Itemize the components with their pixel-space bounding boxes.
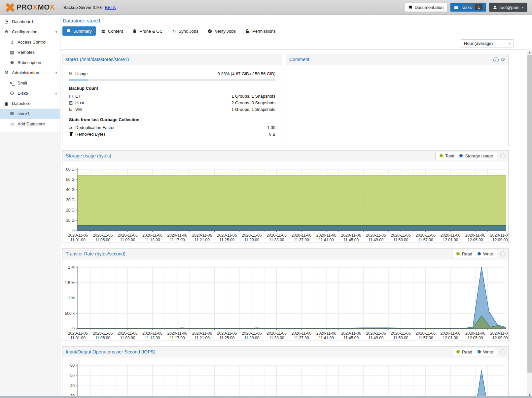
- legend-item-storage-usage[interactable]: Storage usage: [459, 153, 493, 158]
- iops-legend[interactable]: ReadWrite: [452, 348, 497, 356]
- sidebar-item-remotes[interactable]: ▤Remotes: [0, 47, 60, 57]
- legend-dot: [456, 350, 460, 353]
- gc-stats-heading: Stats from last Garbage Collection: [69, 117, 275, 122]
- usage-row: ⛁ Usage 9.23% (4.67 GiB of 50.56 GiB): [69, 70, 275, 77]
- iops-chart: 01020304050602020-11-0611:01:002020-11-0…: [62, 357, 508, 398]
- comment-panel-title: Comment: [289, 57, 309, 62]
- sidebar-item-label: Shell: [18, 81, 27, 85]
- usage-progressbar-fill: [69, 79, 88, 81]
- legend-item-write[interactable]: Write: [478, 349, 493, 354]
- svg-text:11:57:00: 11:57:00: [418, 336, 433, 340]
- svg-text:1.5 M: 1.5 M: [65, 281, 75, 285]
- svg-text:0: 0: [72, 326, 75, 331]
- gear-icon[interactable]: ⚙: [501, 56, 505, 62]
- legend-item-read[interactable]: Read: [456, 349, 472, 354]
- svg-text:11:49:00: 11:49:00: [368, 238, 383, 242]
- tab-content[interactable]: ▦Content: [97, 26, 127, 36]
- usage-progressbar: [69, 79, 275, 81]
- row-value: 1.00: [267, 125, 275, 130]
- svg-text:2020-11-06: 2020-11-06: [242, 233, 262, 238]
- row-label: Removed Bytes: [75, 132, 106, 137]
- svg-text:11:53:00: 11:53:00: [393, 238, 408, 242]
- svg-text:2020-11-06: 2020-11-06: [416, 331, 436, 336]
- period-select-value: Hour (average): [464, 41, 493, 46]
- svg-text:11:57:00: 11:57:00: [418, 238, 433, 242]
- list-lines-icon: ▤: [9, 50, 15, 55]
- hdd-icon: ⛁: [69, 71, 75, 76]
- svg-text:2020-11-06: 2020-11-06: [217, 233, 237, 238]
- row-value: 0 B: [269, 132, 275, 137]
- svg-text:2020-11-06: 2020-11-06: [142, 331, 162, 336]
- svg-text:11:01:00: 11:01:00: [70, 336, 86, 340]
- sidebar-item-administration[interactable]: ⚒Administration▾: [0, 68, 60, 78]
- legend-label: Read: [462, 251, 472, 256]
- scrollbar-thumb[interactable]: [527, 55, 532, 373]
- tab-prune-gc[interactable]: Prune & GC: [128, 26, 166, 36]
- svg-text:2020-11-06: 2020-11-06: [465, 331, 485, 336]
- legend-dot: [478, 350, 481, 353]
- collapse-icon[interactable]: –: [500, 349, 506, 354]
- documentation-button[interactable]: Documentation: [404, 3, 447, 12]
- grid-icon: ▦: [101, 29, 105, 34]
- beta-link[interactable]: BETA: [105, 5, 116, 10]
- terminal-icon: >_: [9, 81, 15, 85]
- sidebar-item-shell[interactable]: >_Shell: [0, 78, 60, 88]
- tab-verify-jobs[interactable]: Verify Jobs: [204, 26, 240, 36]
- svg-text:30 G: 30 G: [66, 198, 75, 202]
- legend-dot: [440, 154, 443, 157]
- svg-text:2020-11-06: 2020-11-06: [93, 233, 113, 238]
- svg-text:11:45:00: 11:45:00: [343, 336, 359, 340]
- svg-text:2020-11-06: 2020-11-06: [391, 331, 411, 336]
- legend-item-total[interactable]: Total: [440, 153, 454, 158]
- sidebar-item-access-control[interactable]: ⚷Access Control: [0, 37, 60, 47]
- sidebar-item-label: Access Control: [18, 40, 46, 45]
- sidebar-item-store1[interactable]: ⛃store1: [0, 109, 60, 119]
- row-value: 2 Groups, 3 Snapshots: [231, 100, 275, 105]
- wrench-icon: ⚒: [4, 70, 9, 75]
- sidebar-item-configuration[interactable]: ⚙Configuration▾: [0, 27, 60, 37]
- database-icon: ⛃: [9, 111, 15, 116]
- svg-text:2020-11-06: 2020-11-06: [266, 233, 287, 238]
- vm-row: ⊡VM1 Groups, 1 Snapshots: [69, 106, 275, 113]
- tab-label: Prune & GC: [139, 29, 162, 34]
- collapse-icon[interactable]: –: [500, 153, 506, 158]
- user-menu-button[interactable]: root@pam ▾: [489, 3, 527, 12]
- svg-text:2020-11-06: 2020-11-06: [465, 233, 485, 238]
- legend-item-write[interactable]: Write: [478, 251, 493, 256]
- sidebar-item-dashboard[interactable]: ◔Dashboard: [0, 17, 60, 27]
- svg-text:2020-11-06: 2020-11-06: [366, 331, 386, 336]
- svg-text:60: 60: [70, 363, 75, 368]
- sidebar-item-disks[interactable]: ⛁Disks▸: [0, 88, 60, 98]
- vertical-scrollbar[interactable]: ▲ ▼: [527, 50, 532, 398]
- row-value: 1 Groups, 1 Snapshots: [231, 94, 275, 99]
- sidebar-item-add-datastore[interactable]: ⊕Add Datastore: [0, 119, 60, 129]
- tab-summary[interactable]: Summary: [62, 26, 96, 36]
- storage-usage-chart: 010 G20 G30 G40 G50 G60 G2020-11-0611:01…: [62, 161, 508, 243]
- svg-text:40: 40: [70, 383, 75, 388]
- caret-down-icon: ▾: [55, 71, 57, 75]
- comment-panel-body[interactable]: [286, 65, 508, 146]
- expand-circle-icon[interactable]: ›: [493, 57, 499, 62]
- key-icon: ⚷: [9, 40, 15, 45]
- period-select[interactable]: Hour (average) ▾: [461, 39, 514, 48]
- legend-item-read[interactable]: Read: [456, 251, 472, 256]
- svg-text:11:25:00: 11:25:00: [219, 238, 234, 242]
- storage-usage-legend[interactable]: TotalStorage usage: [435, 152, 497, 160]
- svg-text:2020-11-06: 2020-11-06: [266, 331, 287, 336]
- scroll-up-icon[interactable]: ▲: [527, 50, 532, 55]
- svg-text:12:09:00: 12:09:00: [492, 238, 508, 242]
- tab-permissions[interactable]: Permissions: [241, 26, 280, 36]
- cube-icon: ◳: [69, 94, 75, 98]
- transfer-rate-panel-header: Transfer Rate (bytes/second) ReadWrite –: [62, 249, 508, 259]
- legend-label: Storage usage: [465, 153, 493, 158]
- sidebar-item-label: Disks: [18, 91, 28, 96]
- svg-text:11:37:00: 11:37:00: [294, 336, 309, 340]
- collapse-icon[interactable]: –: [500, 251, 506, 256]
- sidebar-item-datastore[interactable]: ▣Datastore: [0, 98, 60, 109]
- sidebar-item-subscription[interactable]: ☸Subscription: [0, 57, 60, 68]
- tasks-button[interactable]: Tasks 1: [450, 3, 486, 12]
- transfer-rate-legend[interactable]: ReadWrite: [452, 250, 497, 258]
- svg-text:2020-11-06: 2020-11-06: [441, 233, 461, 238]
- iops-title: Input/Output Operations per Second (IOPS…: [66, 349, 156, 354]
- tab-sync-jobs[interactable]: ↻Sync Jobs: [168, 26, 202, 36]
